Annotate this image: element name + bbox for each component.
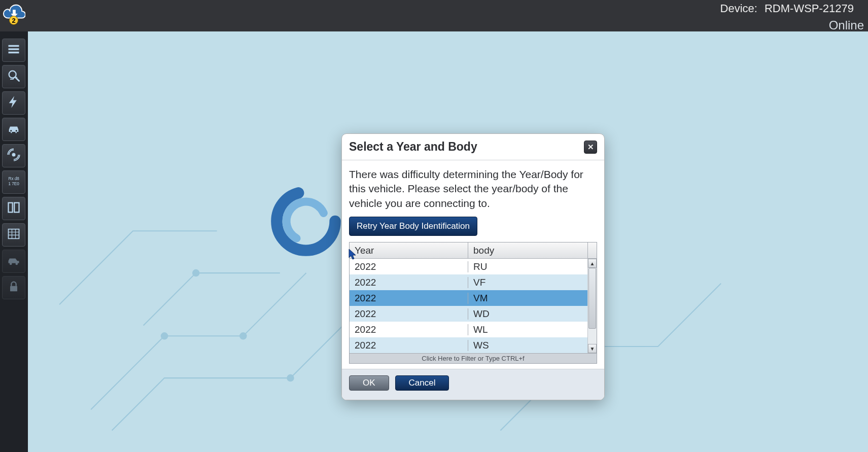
scroll-up-button[interactable]: ▲ [588,259,597,268]
sidebar-data-codes-icon[interactable]: Rx d81 7E0 [2,170,25,194]
cancel-button[interactable]: Cancel [395,375,449,391]
sidebar-flash-icon[interactable] [2,91,25,115]
table-row[interactable]: 2022RU [350,259,597,274]
sidebar: Rx d81 7E0 [0,31,28,452]
sidebar-history-icon [2,250,25,273]
radar-icon [7,148,21,164]
dialog-body: There was difficulty determining the Yea… [342,160,604,369]
cell-body: RU [468,261,597,272]
workspace: Select a Year and Body ✕ There was diffi… [28,31,868,452]
grid-scrollbar[interactable]: ▲ ▼ [587,259,597,353]
menu-icon [7,42,21,58]
svg-rect-11 [10,286,17,292]
table-row[interactable]: 2022WD [350,306,597,322]
select-year-body-dialog: Select a Year and Body ✕ There was diffi… [341,133,605,400]
svg-text:Rx d8: Rx d8 [9,177,20,181]
table-row[interactable]: 2022VM [350,290,597,306]
flash-icon [7,95,21,111]
sidebar-keypad-icon[interactable] [2,223,25,247]
scroll-down-button[interactable]: ▼ [588,344,597,353]
grid-header-scroll-spacer [587,242,597,258]
dialog-message: There was difficulty determining the Yea… [349,167,597,211]
filter-bar[interactable]: Click Here to Filter or Type CTRL+f [350,353,597,363]
svg-point-14 [193,270,199,276]
cell-year: 2022 [350,324,468,335]
badge-count: 2 [9,16,18,25]
cell-year: 2022 [350,308,468,320]
svg-point-13 [240,333,246,339]
dialog-footer: OK Cancel [342,369,604,400]
close-icon: ✕ [587,143,594,152]
dialog-title: Select a Year and Body [349,140,477,154]
scroll-thumb[interactable] [588,268,596,329]
svg-text:1 7E0: 1 7E0 [9,182,20,186]
svg-point-3 [12,153,16,157]
top-bar: Device: RDM-WSP-21279 Online [0,0,868,31]
cell-year: 2022 [350,277,468,288]
cell-body: WL [468,324,597,335]
layout-icon [7,200,21,217]
app-badge[interactable]: 2 [1,1,26,26]
svg-rect-8 [9,229,19,239]
svg-point-12 [161,333,167,339]
cell-body: WS [468,340,597,351]
loading-spinner-icon [265,181,346,262]
cell-year: 2022 [350,340,468,351]
sidebar-radar-icon[interactable] [2,144,25,167]
grid-rows: 2022RU2022VF2022VM2022WD2022WL2022WS ▲ ▼ [350,259,597,353]
sidebar-diagnose-icon[interactable] [2,65,25,88]
sidebar-lock-icon [2,276,25,299]
lock-icon [7,280,21,296]
table-row[interactable]: 2022WL [350,322,597,337]
device-label: Device: [720,2,757,15]
svg-point-10 [16,263,18,265]
sidebar-vehicle-icon[interactable] [2,118,25,141]
close-button[interactable]: ✕ [584,141,597,154]
svg-point-2 [16,130,17,131]
retry-button[interactable]: Retry Year Body Identification [349,217,477,236]
column-header-year[interactable]: Year [350,242,468,258]
keypad-icon [7,227,21,243]
device-value: RDM-WSP-21279 [765,2,854,15]
column-header-body[interactable]: body [468,242,587,258]
vehicle-icon [7,121,21,137]
dialog-header: Select a Year and Body ✕ [342,134,604,160]
cell-body: VF [468,277,597,288]
data-codes-icon: Rx d81 7E0 [7,174,21,190]
svg-rect-7 [14,203,19,213]
cell-year: 2022 [350,261,468,272]
history-icon [7,253,21,269]
svg-rect-6 [9,203,13,213]
ok-button[interactable]: OK [349,375,389,391]
scroll-track[interactable] [588,268,597,344]
cell-year: 2022 [350,293,468,304]
sidebar-layout-icon[interactable] [2,197,25,220]
online-status: Online [829,18,864,32]
grid-header: Year body [350,242,597,259]
diagnose-icon [7,68,21,85]
sidebar-menu-icon[interactable] [2,39,25,62]
year-body-grid: Year body 2022RU2022VF2022VM2022WD2022WL… [349,242,597,364]
svg-point-1 [10,130,12,131]
table-row[interactable]: 2022WS [350,337,597,353]
cell-body: WD [468,308,597,320]
table-row[interactable]: 2022VF [350,274,597,290]
svg-point-15 [287,375,293,381]
cell-body: VM [468,293,597,304]
svg-point-9 [10,263,12,265]
